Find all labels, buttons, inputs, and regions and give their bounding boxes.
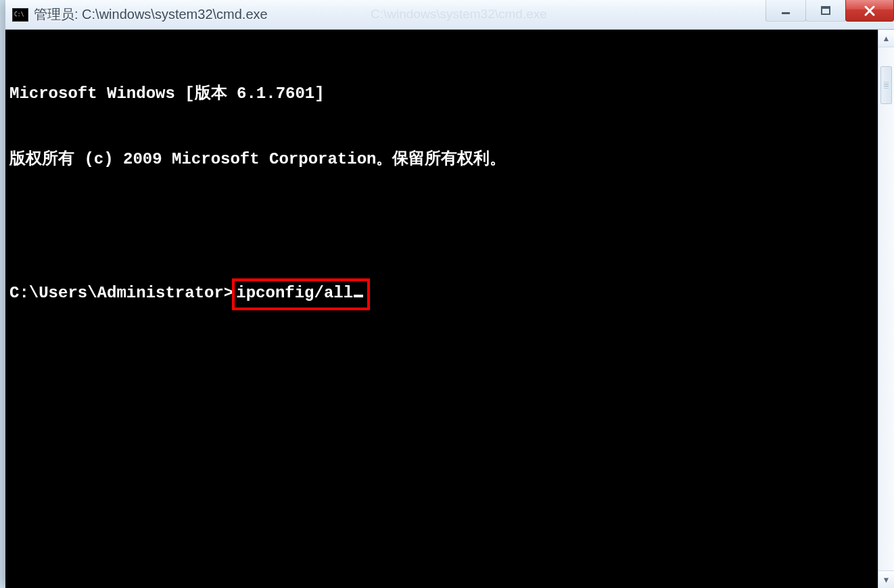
arrow-down-icon: ▼ xyxy=(883,575,891,585)
command-text: ipconfig/all xyxy=(236,284,353,302)
maximize-icon xyxy=(820,5,831,16)
cmd-window: 管理员: C:\windows\system32\cmd.exe C:\wind… xyxy=(5,0,894,588)
terminal-output[interactable]: Microsoft Windows [版本 6.1.7601] 版权所有 (c)… xyxy=(5,30,878,588)
blank-line xyxy=(9,214,874,236)
arrow-up-icon: ▲ xyxy=(883,34,891,43)
minimize-icon xyxy=(780,5,791,16)
svg-rect-2 xyxy=(822,7,830,9)
copyright-line: 版权所有 (c) 2009 Microsoft Corporation。保留所有… xyxy=(9,149,874,170)
version-line: Microsoft Windows [版本 6.1.7601] xyxy=(9,83,874,105)
prompt-text: C:\Users\Administrator> xyxy=(9,284,233,302)
scroll-down-button[interactable]: ▼ xyxy=(878,570,894,588)
window-title: 管理员: C:\windows\system32\cmd.exe xyxy=(34,5,268,24)
window-controls xyxy=(766,0,894,22)
close-button[interactable] xyxy=(845,0,894,22)
svg-rect-0 xyxy=(782,12,790,14)
scroll-track[interactable] xyxy=(878,47,894,570)
scroll-thumb[interactable] xyxy=(880,66,892,104)
minimize-button[interactable] xyxy=(766,0,806,22)
scroll-up-button[interactable]: ▲ xyxy=(878,30,894,47)
cmd-icon xyxy=(12,8,28,22)
text-cursor xyxy=(354,295,363,297)
command-highlight: ipconfig/all xyxy=(232,278,370,310)
maximize-button[interactable] xyxy=(805,0,846,22)
shadow-title: C:\windows\system32\cmd.exe xyxy=(371,7,547,22)
prompt-line: C:\Users\Administrator>ipconfig/all xyxy=(9,280,874,310)
vertical-scrollbar[interactable]: ▲ ▼ xyxy=(878,30,894,588)
close-icon xyxy=(864,5,876,17)
titlebar[interactable]: 管理员: C:\windows\system32\cmd.exe C:\wind… xyxy=(5,0,894,30)
